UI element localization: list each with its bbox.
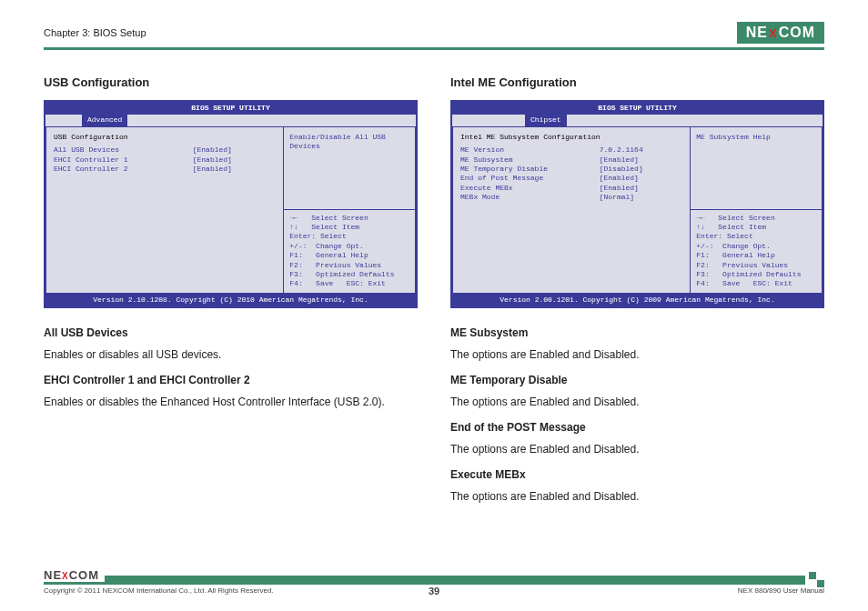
nexcom-logo: NEXCOM	[737, 22, 824, 44]
desc-heading: End of the POST Message	[450, 419, 824, 436]
bios-panel-me: BIOS SETUP UTILITY Chipset Intel ME Subs…	[450, 100, 824, 308]
desc-text: The options are Enabled and Disabled.	[450, 441, 824, 457]
bios-row-label: MEBx Mode	[460, 193, 600, 202]
desc-heading: ME Subsystem	[450, 325, 824, 341]
bios-help-pane: Enable/Disable All USB Devices	[284, 127, 415, 210]
bios-row-label: EHCI Controller 2	[54, 165, 193, 174]
bios-row-value: [Enabled]	[193, 145, 277, 155]
bios-row-label: All USB Devices	[54, 145, 193, 155]
bios-row[interactable]: All USB Devices[Enabled]	[54, 145, 276, 155]
desc-heading: Execute MEBx	[450, 466, 824, 483]
logo-part-right: COM	[69, 568, 99, 582]
bios-keys-pane: →← Select Screen ↑↓ Select Item Enter: S…	[284, 210, 415, 293]
desc-text: The options are Enabled and Disabled.	[450, 394, 824, 410]
bios-title: BIOS SETUP UTILITY	[45, 102, 416, 115]
footer-bar: NEXCOM	[44, 576, 824, 585]
copyright-text: Copyright © 2011 NEXCOM International Co…	[44, 586, 274, 595]
desc-heading: All USB Devices	[44, 325, 418, 341]
desc-text: The options are Enabled and Disabled.	[450, 346, 824, 363]
logo-part-x: X	[769, 26, 778, 40]
bios-row[interactable]: EHCI Controller 1[Enabled]	[54, 155, 276, 165]
description-block: ME Subsystem The options are Enabled and…	[450, 325, 824, 505]
bios-settings-pane: USB Configuration All USB Devices[Enable…	[46, 127, 284, 293]
bios-row: ME Version7.0.2.1164	[460, 145, 682, 155]
bios-row-label: ME Version	[460, 145, 600, 155]
bios-tab-spacer	[452, 115, 525, 125]
bios-tab-chipset[interactable]: Chipset	[525, 115, 567, 125]
bios-row-label: ME Temporary Disable	[460, 165, 600, 174]
bios-row-value: [Disabled]	[600, 165, 683, 174]
logo-part-left: NE	[746, 25, 768, 41]
logo-part-x: X	[62, 571, 69, 581]
chapter-label: Chapter 3: BIOS Setup	[44, 27, 146, 38]
footer-squares-icon	[805, 572, 824, 587]
bios-tab-advanced[interactable]: Advanced	[82, 115, 127, 125]
bios-row-value: [Enabled]	[600, 184, 683, 193]
bios-row-value: 7.0.2.1164	[600, 145, 683, 155]
desc-text: Enables or disables the Enhanced Host Co…	[44, 394, 418, 410]
footer-logo: NEXCOM	[44, 568, 105, 582]
desc-text: The options are Enabled and Disabled.	[450, 488, 824, 505]
bios-heading: USB Configuration	[54, 133, 276, 142]
bios-row-value: [Enabled]	[600, 155, 683, 165]
bios-row[interactable]: MEBx Mode[Normal]	[460, 193, 682, 202]
bios-row[interactable]: EHCI Controller 2[Enabled]	[54, 165, 276, 174]
section-title-me: Intel ME Configuration	[450, 75, 824, 89]
bios-settings-pane: Intel ME Subsystem Configuration ME Vers…	[453, 127, 691, 293]
bios-keys-pane: →← Select Screen ↑↓ Select Item Enter: S…	[691, 210, 822, 293]
logo-part-left: NE	[44, 568, 62, 582]
bios-row-label: Execute MEBx	[460, 184, 600, 193]
bios-help-pane: ME Subsystem Help	[691, 127, 822, 210]
header-rule	[44, 47, 824, 50]
bios-row-label: EHCI Controller 1	[54, 155, 193, 165]
bios-footer: Version 2.10.1208. Copyright (C) 2010 Am…	[45, 294, 416, 306]
section-title-usb: USB Configuration	[44, 75, 418, 89]
bios-row[interactable]: ME Subsystem[Enabled]	[460, 155, 682, 165]
right-column: Intel ME Configuration BIOS SETUP UTILIT…	[450, 75, 824, 512]
bios-tabs: Chipset	[452, 115, 823, 125]
bios-panel-usb: BIOS SETUP UTILITY Advanced USB Configur…	[44, 100, 418, 308]
bios-tabs: Advanced	[45, 115, 416, 125]
bios-title: BIOS SETUP UTILITY	[452, 102, 823, 115]
left-column: USB Configuration BIOS SETUP UTILITY Adv…	[44, 75, 418, 512]
bios-row-value: [Enabled]	[193, 165, 277, 174]
bios-heading: Intel ME Subsystem Configuration	[460, 133, 682, 142]
bios-row[interactable]: Execute MEBx[Enabled]	[460, 184, 682, 193]
bios-footer: Version 2.00.1201. Copyright (C) 2009 Am…	[452, 294, 823, 306]
bios-row-label: ME Subsystem	[460, 155, 600, 165]
logo-part-right: COM	[779, 25, 815, 41]
bios-row-value: [Enabled]	[600, 174, 683, 183]
desc-heading: EHCI Controller 1 and EHCI Controller 2	[44, 372, 418, 388]
bios-row-label: End of Post Message	[460, 174, 600, 183]
desc-text: Enables or disables all USB devices.	[44, 346, 418, 363]
bios-row-value: [Normal]	[600, 193, 683, 202]
manual-name: NEX 880/890 User Manual	[738, 586, 824, 595]
page-footer: NEXCOM Copyright © 2011 NEXCOM Internati…	[44, 576, 824, 595]
description-block: All USB Devices Enables or disables all …	[44, 325, 418, 410]
bios-row[interactable]: ME Temporary Disable[Disabled]	[460, 165, 682, 174]
bios-tab-spacer	[45, 115, 82, 125]
desc-heading: ME Temporary Disable	[450, 372, 824, 388]
bios-row[interactable]: End of Post Message[Enabled]	[460, 174, 682, 183]
bios-row-value: [Enabled]	[193, 155, 277, 165]
page-number: 39	[429, 586, 439, 596]
